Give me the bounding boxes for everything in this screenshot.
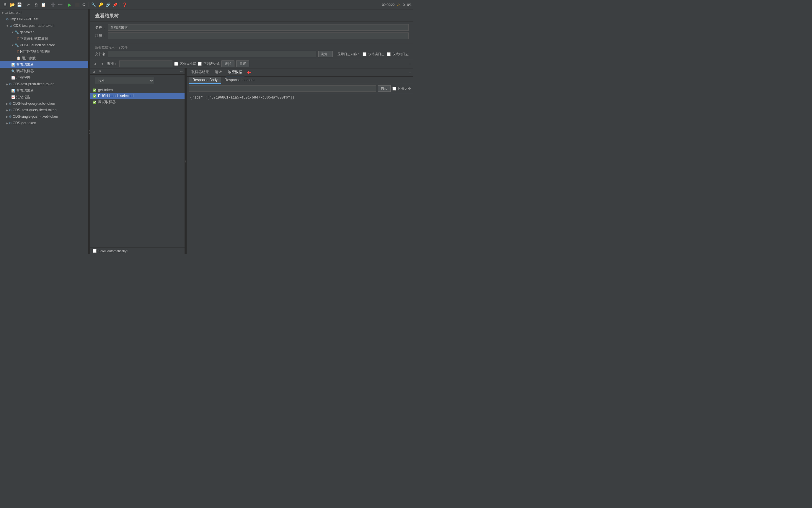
- add-button[interactable]: ➕: [50, 1, 56, 8]
- sep5: [120, 2, 120, 7]
- response-case-checkbox[interactable]: [392, 87, 396, 91]
- sidebar-item-result-tree2[interactable]: 📊 查看结果树: [0, 87, 88, 94]
- sidebar-label-cds-push: CDS-test-push-auto-token: [13, 24, 54, 28]
- reset-button[interactable]: 重置: [236, 60, 249, 67]
- error-log-checkbox[interactable]: [362, 52, 366, 56]
- sidebar-label-result-tree: 查看结果树: [16, 62, 34, 67]
- file-input[interactable]: [108, 51, 316, 57]
- tab-response-body[interactable]: Response Body: [189, 77, 221, 84]
- plugin3-button[interactable]: 🔗: [105, 1, 111, 8]
- new-button[interactable]: 🗎: [2, 1, 8, 8]
- up-nav-button[interactable]: ▲: [93, 62, 98, 66]
- regex-row: 正则表达式: [198, 62, 220, 66]
- sidebar-item-http-mgr[interactable]: ✗ HTTP信息头管理器: [0, 48, 88, 55]
- sidebar-item-user-param[interactable]: 📋 用户参数: [0, 55, 88, 61]
- sidebar-label-summary: 汇总报告: [16, 75, 30, 80]
- response-find-btn[interactable]: Find: [378, 85, 391, 92]
- sidebar-item-cds-fixed[interactable]: ▶ ⚙ CDS-test-push-fixed-token: [0, 81, 88, 87]
- left-up-btn[interactable]: ▲: [91, 69, 97, 74]
- browse-button[interactable]: 浏览...: [318, 51, 333, 57]
- case-sensitive-checkbox[interactable]: [174, 62, 178, 66]
- response-case-label: 区分大小: [398, 86, 411, 91]
- sidebar-label-debug: 调试取样器: [16, 69, 34, 74]
- help-button[interactable]: ❓: [121, 1, 128, 8]
- sidebar-item-regex[interactable]: ✗ 正则表达式提取器: [0, 35, 88, 42]
- tab-request[interactable]: 请求: [212, 69, 224, 76]
- tab-response-headers[interactable]: Response headers: [221, 77, 258, 84]
- sidebar-item-debug[interactable]: 🔍 调试取样器: [0, 68, 88, 74]
- success-log-checkbox[interactable]: [387, 52, 391, 56]
- response-body: {"ids" :["87196861-a1a5-4501-b847-b3054a…: [187, 93, 413, 254]
- search-dots-button[interactable]: ···: [406, 61, 412, 66]
- result-label-debug: 调试取样器: [98, 100, 116, 105]
- sidebar-item-cds-single[interactable]: ▶ ⚙ CDS-single-push-fixed-token: [0, 113, 88, 120]
- push-icon2: 🔧: [15, 43, 19, 47]
- plan-icon: 🗂: [5, 11, 8, 14]
- paste-button[interactable]: 📋: [40, 1, 46, 8]
- expand-push-launch: ▼: [11, 44, 14, 47]
- result-item-debug[interactable]: ✅ 调试取样器: [90, 99, 185, 105]
- plugin4-button[interactable]: 📌: [112, 1, 118, 8]
- remove-button[interactable]: ➖: [57, 1, 63, 8]
- result-tree-list: ✅ get-token ✅ PUSH launch selected ✅ 调试取…: [90, 86, 185, 248]
- view-type-dropdown[interactable]: Text HTML JSON XML Binary: [95, 77, 154, 84]
- tab-response-data[interactable]: 响应数据: [226, 69, 244, 76]
- result-icon: 📊: [11, 63, 15, 67]
- sidebar-item-cds-push-auto[interactable]: ▼ ⚙ CDS-test-push-auto-token: [0, 23, 88, 29]
- sidebar-label-user-param: 用户参数: [22, 56, 36, 61]
- sidebar-item-push-launch[interactable]: ▼ 🔧 PUSH launch selected: [0, 42, 88, 48]
- name-row: 名称：: [95, 24, 409, 31]
- scroll-auto-checkbox[interactable]: [93, 249, 96, 253]
- sidebar-item-cds-get[interactable]: ▶ ⚙ CDS-get-token: [0, 120, 88, 126]
- result-item-push-launch[interactable]: ✅ PUSH launch selected: [90, 93, 185, 99]
- sidebar-label-cds-fixed: CDS-test-push-fixed-token: [13, 82, 54, 86]
- response-search-bar: Find 区分大小: [187, 84, 413, 93]
- find-button[interactable]: 查找: [222, 60, 234, 67]
- comment-input[interactable]: [108, 33, 409, 39]
- open-button[interactable]: 📂: [9, 1, 15, 8]
- left-dots-btn[interactable]: ···: [180, 69, 183, 74]
- expand-cds-get: ▶: [6, 122, 8, 125]
- sidebar-item-summary[interactable]: 📈 汇总报告: [0, 74, 88, 81]
- sidebar-item-cds-query-fixed[interactable]: ▶ ⚙ CDS- test-query-fixed-token: [0, 107, 88, 113]
- success-log-label: 仅成功日志: [392, 52, 409, 56]
- comment-label: 注释：: [95, 33, 106, 38]
- expand-cds-query-fixed: ▶: [6, 109, 8, 112]
- plugin1-button[interactable]: 🔧: [90, 1, 97, 8]
- search-input[interactable]: [119, 60, 172, 67]
- response-search-input[interactable]: [189, 85, 376, 92]
- run-button[interactable]: ▶: [67, 1, 73, 8]
- file-section: 所有数据写入一个文件 文件名 浏览... 显示日志内容： 仅错误日志 仅成功日志: [90, 43, 413, 59]
- copy-button[interactable]: ⎘: [33, 1, 39, 8]
- stop-button[interactable]: ⬛: [74, 1, 80, 8]
- response-content: {"ids" :["87196861-a1a5-4501-b847-b3054a…: [190, 95, 295, 100]
- down-nav-button[interactable]: ▼: [100, 62, 105, 66]
- sidebar-label-push-launch: PUSH launch selected: [20, 43, 55, 47]
- split-toolbar: ▲ ▼ ···: [90, 69, 185, 75]
- gear-icon: ⚙: [6, 17, 9, 21]
- regex-checkbox[interactable]: [198, 62, 202, 66]
- tab-sampler-result[interactable]: 取样器结果: [189, 69, 211, 76]
- result-item-get-token[interactable]: ✅ get-token: [90, 87, 185, 93]
- sidebar-item-get-token[interactable]: ▼ 🔧 get-token: [0, 29, 88, 35]
- plugin2-button[interactable]: 🔑: [98, 1, 104, 8]
- response-dots-btn[interactable]: ···: [408, 70, 411, 75]
- sidebar-label-summary2: 汇总报告: [16, 95, 30, 100]
- sidebar-item-result-tree[interactable]: 📊 查看结果树: [0, 61, 88, 68]
- right-split: 取样器结果 请求 响应数据 ➜ ··· Response Body Respon…: [187, 69, 413, 254]
- error-checkbox-row: 仅错误日志: [362, 52, 384, 56]
- scroll-auto-label: Scroll automatically?: [98, 249, 128, 253]
- sidebar-item-test-plan[interactable]: ▼ 🗂 test-plan: [0, 9, 88, 16]
- sidebar-item-http-url[interactable]: ⚙ Http URL/API Test: [0, 16, 88, 23]
- left-down-btn[interactable]: ▼: [98, 69, 103, 74]
- sidebar-label-regex: 正则表达式提取器: [20, 36, 48, 41]
- sidebar-item-summary2[interactable]: 📈 汇总报告: [0, 94, 88, 100]
- gear-icon7: ⚙: [9, 121, 12, 125]
- save-button[interactable]: 💾: [16, 1, 23, 8]
- name-input[interactable]: [108, 24, 409, 31]
- settings-button[interactable]: ⚙: [81, 1, 87, 8]
- cut-button[interactable]: ✂: [26, 1, 32, 8]
- sep2: [48, 2, 48, 7]
- sidebar-item-cds-query-auto[interactable]: ▶ ⚙ CDS-test-query-auto-token: [0, 100, 88, 107]
- file-section-label: 所有数据写入一个文件: [95, 45, 409, 50]
